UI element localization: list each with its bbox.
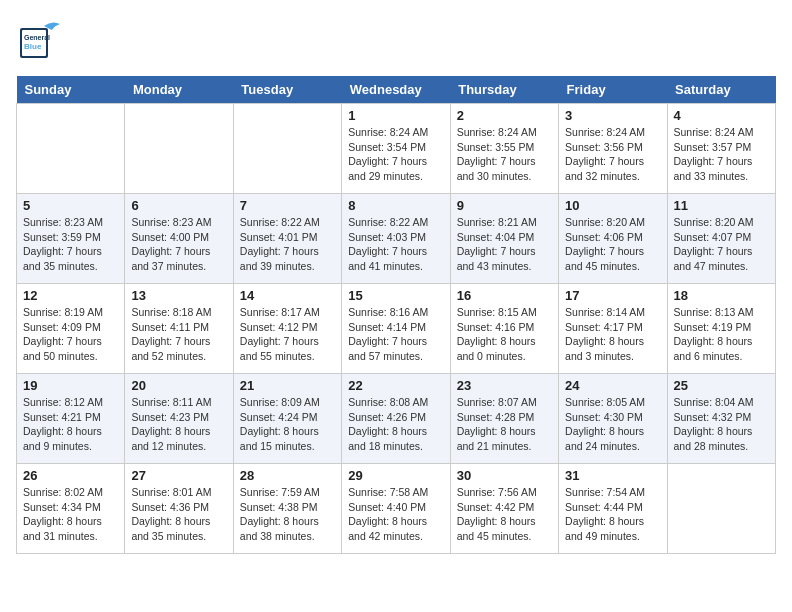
day-number: 17: [565, 288, 660, 303]
weekday-header-tuesday: Tuesday: [233, 76, 341, 104]
day-info: Sunrise: 8:13 AMSunset: 4:19 PMDaylight:…: [674, 305, 769, 364]
day-number: 27: [131, 468, 226, 483]
day-number: 16: [457, 288, 552, 303]
calendar-cell: [125, 104, 233, 194]
weekday-header-row: SundayMondayTuesdayWednesdayThursdayFrid…: [17, 76, 776, 104]
calendar-cell: 28Sunrise: 7:59 AMSunset: 4:38 PMDayligh…: [233, 464, 341, 554]
day-number: 2: [457, 108, 552, 123]
day-info: Sunrise: 8:17 AMSunset: 4:12 PMDaylight:…: [240, 305, 335, 364]
calendar-cell: 14Sunrise: 8:17 AMSunset: 4:12 PMDayligh…: [233, 284, 341, 374]
day-info: Sunrise: 8:21 AMSunset: 4:04 PMDaylight:…: [457, 215, 552, 274]
weekday-header-saturday: Saturday: [667, 76, 775, 104]
week-row-4: 19Sunrise: 8:12 AMSunset: 4:21 PMDayligh…: [17, 374, 776, 464]
day-number: 18: [674, 288, 769, 303]
day-info: Sunrise: 8:22 AMSunset: 4:01 PMDaylight:…: [240, 215, 335, 274]
day-number: 12: [23, 288, 118, 303]
day-number: 19: [23, 378, 118, 393]
weekday-header-wednesday: Wednesday: [342, 76, 450, 104]
svg-text:General: General: [24, 34, 50, 41]
day-number: 7: [240, 198, 335, 213]
calendar-cell: 9Sunrise: 8:21 AMSunset: 4:04 PMDaylight…: [450, 194, 558, 284]
day-number: 8: [348, 198, 443, 213]
day-info: Sunrise: 8:16 AMSunset: 4:14 PMDaylight:…: [348, 305, 443, 364]
day-number: 25: [674, 378, 769, 393]
day-info: Sunrise: 8:24 AMSunset: 3:55 PMDaylight:…: [457, 125, 552, 184]
calendar-cell: 21Sunrise: 8:09 AMSunset: 4:24 PMDayligh…: [233, 374, 341, 464]
day-number: 20: [131, 378, 226, 393]
day-number: 29: [348, 468, 443, 483]
day-info: Sunrise: 8:04 AMSunset: 4:32 PMDaylight:…: [674, 395, 769, 454]
day-number: 24: [565, 378, 660, 393]
day-info: Sunrise: 8:23 AMSunset: 4:00 PMDaylight:…: [131, 215, 226, 274]
day-number: 5: [23, 198, 118, 213]
day-number: 13: [131, 288, 226, 303]
day-number: 1: [348, 108, 443, 123]
calendar-cell: [233, 104, 341, 194]
day-number: 22: [348, 378, 443, 393]
calendar-cell: 7Sunrise: 8:22 AMSunset: 4:01 PMDaylight…: [233, 194, 341, 284]
day-info: Sunrise: 8:12 AMSunset: 4:21 PMDaylight:…: [23, 395, 118, 454]
calendar-cell: 18Sunrise: 8:13 AMSunset: 4:19 PMDayligh…: [667, 284, 775, 374]
calendar-cell: 17Sunrise: 8:14 AMSunset: 4:17 PMDayligh…: [559, 284, 667, 374]
calendar-cell: 3Sunrise: 8:24 AMSunset: 3:56 PMDaylight…: [559, 104, 667, 194]
calendar-table: SundayMondayTuesdayWednesdayThursdayFrid…: [16, 76, 776, 554]
calendar-cell: 24Sunrise: 8:05 AMSunset: 4:30 PMDayligh…: [559, 374, 667, 464]
calendar-cell: 15Sunrise: 8:16 AMSunset: 4:14 PMDayligh…: [342, 284, 450, 374]
day-info: Sunrise: 7:58 AMSunset: 4:40 PMDaylight:…: [348, 485, 443, 544]
calendar-cell: [667, 464, 775, 554]
day-info: Sunrise: 8:18 AMSunset: 4:11 PMDaylight:…: [131, 305, 226, 364]
day-info: Sunrise: 8:23 AMSunset: 3:59 PMDaylight:…: [23, 215, 118, 274]
day-number: 9: [457, 198, 552, 213]
day-number: 4: [674, 108, 769, 123]
calendar-cell: 16Sunrise: 8:15 AMSunset: 4:16 PMDayligh…: [450, 284, 558, 374]
day-number: 15: [348, 288, 443, 303]
week-row-2: 5Sunrise: 8:23 AMSunset: 3:59 PMDaylight…: [17, 194, 776, 284]
calendar-cell: [17, 104, 125, 194]
calendar-cell: 31Sunrise: 7:54 AMSunset: 4:44 PMDayligh…: [559, 464, 667, 554]
day-info: Sunrise: 8:09 AMSunset: 4:24 PMDaylight:…: [240, 395, 335, 454]
day-info: Sunrise: 8:24 AMSunset: 3:57 PMDaylight:…: [674, 125, 769, 184]
day-info: Sunrise: 8:01 AMSunset: 4:36 PMDaylight:…: [131, 485, 226, 544]
day-info: Sunrise: 8:24 AMSunset: 3:56 PMDaylight:…: [565, 125, 660, 184]
logo-icon: General Blue: [16, 16, 64, 64]
day-number: 10: [565, 198, 660, 213]
day-number: 6: [131, 198, 226, 213]
calendar-cell: 5Sunrise: 8:23 AMSunset: 3:59 PMDaylight…: [17, 194, 125, 284]
weekday-header-friday: Friday: [559, 76, 667, 104]
weekday-header-monday: Monday: [125, 76, 233, 104]
calendar-cell: 2Sunrise: 8:24 AMSunset: 3:55 PMDaylight…: [450, 104, 558, 194]
day-info: Sunrise: 8:20 AMSunset: 4:07 PMDaylight:…: [674, 215, 769, 274]
calendar-cell: 22Sunrise: 8:08 AMSunset: 4:26 PMDayligh…: [342, 374, 450, 464]
weekday-header-thursday: Thursday: [450, 76, 558, 104]
day-info: Sunrise: 8:08 AMSunset: 4:26 PMDaylight:…: [348, 395, 443, 454]
svg-text:Blue: Blue: [24, 42, 42, 51]
day-info: Sunrise: 8:22 AMSunset: 4:03 PMDaylight:…: [348, 215, 443, 274]
day-info: Sunrise: 7:56 AMSunset: 4:42 PMDaylight:…: [457, 485, 552, 544]
day-number: 14: [240, 288, 335, 303]
day-number: 3: [565, 108, 660, 123]
day-info: Sunrise: 7:54 AMSunset: 4:44 PMDaylight:…: [565, 485, 660, 544]
weekday-header-sunday: Sunday: [17, 76, 125, 104]
calendar-cell: 30Sunrise: 7:56 AMSunset: 4:42 PMDayligh…: [450, 464, 558, 554]
calendar-cell: 8Sunrise: 8:22 AMSunset: 4:03 PMDaylight…: [342, 194, 450, 284]
week-row-5: 26Sunrise: 8:02 AMSunset: 4:34 PMDayligh…: [17, 464, 776, 554]
page-header: General Blue: [16, 16, 776, 68]
calendar-cell: 11Sunrise: 8:20 AMSunset: 4:07 PMDayligh…: [667, 194, 775, 284]
calendar-cell: 6Sunrise: 8:23 AMSunset: 4:00 PMDaylight…: [125, 194, 233, 284]
day-number: 21: [240, 378, 335, 393]
calendar-cell: 10Sunrise: 8:20 AMSunset: 4:06 PMDayligh…: [559, 194, 667, 284]
day-info: Sunrise: 8:07 AMSunset: 4:28 PMDaylight:…: [457, 395, 552, 454]
week-row-1: 1Sunrise: 8:24 AMSunset: 3:54 PMDaylight…: [17, 104, 776, 194]
day-number: 23: [457, 378, 552, 393]
day-info: Sunrise: 8:02 AMSunset: 4:34 PMDaylight:…: [23, 485, 118, 544]
week-row-3: 12Sunrise: 8:19 AMSunset: 4:09 PMDayligh…: [17, 284, 776, 374]
day-number: 30: [457, 468, 552, 483]
calendar-cell: 19Sunrise: 8:12 AMSunset: 4:21 PMDayligh…: [17, 374, 125, 464]
day-info: Sunrise: 8:05 AMSunset: 4:30 PMDaylight:…: [565, 395, 660, 454]
day-number: 28: [240, 468, 335, 483]
day-info: Sunrise: 7:59 AMSunset: 4:38 PMDaylight:…: [240, 485, 335, 544]
day-number: 31: [565, 468, 660, 483]
day-info: Sunrise: 8:11 AMSunset: 4:23 PMDaylight:…: [131, 395, 226, 454]
day-info: Sunrise: 8:24 AMSunset: 3:54 PMDaylight:…: [348, 125, 443, 184]
day-info: Sunrise: 8:15 AMSunset: 4:16 PMDaylight:…: [457, 305, 552, 364]
